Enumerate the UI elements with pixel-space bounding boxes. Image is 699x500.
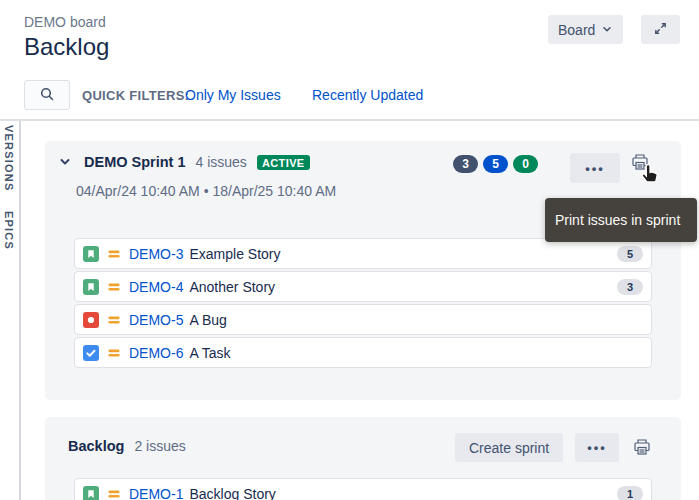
issue-key-link[interactable]: DEMO-3 bbox=[129, 246, 183, 262]
story-icon bbox=[83, 486, 99, 500]
sprint-stat-badge: 3 bbox=[453, 155, 478, 173]
sprint-stat-badge: 5 bbox=[483, 155, 508, 173]
backlog-issue-count: 2 issues bbox=[134, 438, 185, 454]
issue-summary: Another Story bbox=[189, 279, 275, 295]
ellipsis-icon: ••• bbox=[587, 441, 607, 454]
sprint-stat-badge: 0 bbox=[513, 155, 538, 173]
issue-key-link[interactable]: DEMO-1 bbox=[129, 486, 183, 500]
sprint-stat-badges: 350 bbox=[453, 155, 538, 173]
filter-only-my-issues[interactable]: Only My Issues bbox=[185, 87, 281, 103]
issue-key-link[interactable]: DEMO-6 bbox=[129, 345, 183, 361]
issue-row[interactable]: DEMO-3Example Story5 bbox=[74, 238, 652, 269]
sprint-issue-count: 4 issues bbox=[196, 154, 247, 170]
estimate-badge: 5 bbox=[617, 246, 643, 262]
issue-row[interactable]: DEMO-6A Task bbox=[74, 337, 652, 368]
create-sprint-button[interactable]: Create sprint bbox=[455, 433, 563, 462]
search-button[interactable] bbox=[24, 80, 70, 110]
backlog-name: Backlog bbox=[68, 438, 124, 454]
header-divider bbox=[0, 119, 699, 121]
issue-summary: A Task bbox=[189, 345, 230, 361]
sprint-date-range: 04/Apr/24 10:40 AM • 18/Apr/25 10:40 AM bbox=[76, 183, 336, 199]
board-switcher-button[interactable]: Board bbox=[548, 15, 623, 44]
estimate-badge: 1 bbox=[617, 486, 643, 500]
side-rail: VERSIONS EPICS bbox=[0, 121, 21, 500]
ellipsis-icon: ••• bbox=[585, 162, 605, 175]
versions-panel-toggle[interactable]: VERSIONS bbox=[3, 125, 15, 191]
backlog-section: Backlog 2 issues Create sprint ••• DEMO-… bbox=[45, 417, 681, 500]
expand-icon bbox=[653, 21, 668, 39]
issue-row[interactable]: DEMO-5A Bug bbox=[74, 304, 652, 335]
sprint-name: DEMO Sprint 1 bbox=[84, 154, 186, 170]
chevron-down-icon bbox=[601, 22, 613, 38]
page-title: Backlog bbox=[24, 33, 109, 61]
bug-icon bbox=[83, 312, 99, 328]
task-icon bbox=[83, 345, 99, 361]
sprint-section: DEMO Sprint 1 4 issues ACTIVE 350 ••• 04… bbox=[45, 141, 681, 400]
board-switcher-label: Board bbox=[558, 22, 595, 38]
priority-medium-icon bbox=[107, 280, 121, 294]
issue-key-link[interactable]: DEMO-5 bbox=[129, 312, 183, 328]
quick-filters-label: QUICK FILTERS: bbox=[82, 88, 189, 103]
hand-cursor-icon bbox=[637, 162, 661, 192]
print-backlog-button[interactable] bbox=[623, 429, 661, 467]
fullscreen-button[interactable] bbox=[641, 15, 680, 44]
sprint-issue-list: DEMO-3Example Story5DEMO-4Another Story3… bbox=[74, 238, 652, 370]
issue-summary: A Bug bbox=[189, 312, 226, 328]
collapse-sprint-chevron-icon[interactable] bbox=[56, 153, 74, 171]
issue-row[interactable]: DEMO-4Another Story3 bbox=[74, 271, 652, 302]
issue-summary: Backlog Story bbox=[189, 486, 275, 500]
priority-medium-icon bbox=[107, 487, 121, 500]
backlog-more-actions-button[interactable]: ••• bbox=[575, 433, 619, 462]
backlog-page: DEMO board Backlog Board QUICK FILTERS: … bbox=[0, 0, 699, 500]
issue-row[interactable]: DEMO-1Backlog Story1 bbox=[74, 478, 652, 500]
tooltip: Print issues in sprint bbox=[545, 198, 697, 242]
printer-icon bbox=[632, 437, 652, 460]
issue-key-link[interactable]: DEMO-4 bbox=[129, 279, 183, 295]
issue-summary: Example Story bbox=[189, 246, 280, 262]
backlog-issue-list: DEMO-1Backlog Story1 bbox=[74, 478, 652, 500]
sprint-status-badge: ACTIVE bbox=[257, 155, 310, 170]
create-sprint-label: Create sprint bbox=[469, 440, 549, 456]
story-icon bbox=[83, 246, 99, 262]
estimate-badge: 3 bbox=[617, 279, 643, 295]
priority-medium-icon bbox=[107, 247, 121, 261]
search-icon bbox=[39, 86, 55, 105]
breadcrumb[interactable]: DEMO board bbox=[24, 14, 106, 30]
sprint-more-actions-button[interactable]: ••• bbox=[570, 153, 620, 183]
story-icon bbox=[83, 279, 99, 295]
priority-medium-icon bbox=[107, 313, 121, 327]
priority-medium-icon bbox=[107, 346, 121, 360]
filter-recently-updated[interactable]: Recently Updated bbox=[312, 87, 423, 103]
epics-panel-toggle[interactable]: EPICS bbox=[3, 211, 15, 250]
